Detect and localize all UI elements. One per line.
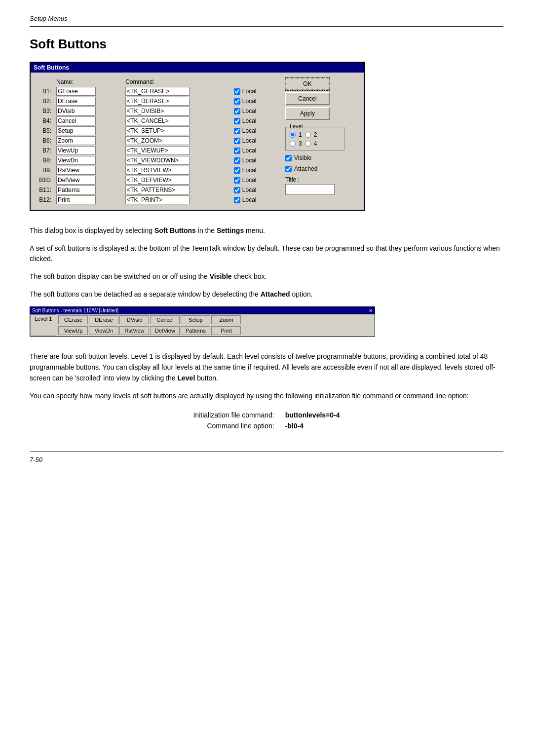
name-cell[interactable] [54, 116, 123, 126]
local-checkbox[interactable] [234, 98, 240, 105]
command-input[interactable] [125, 186, 190, 194]
name-cell[interactable] [54, 136, 123, 146]
row-label: B9: [36, 165, 54, 175]
table-row: B9: Local [36, 165, 280, 175]
name-cell[interactable] [54, 126, 123, 136]
name-input[interactable] [56, 136, 96, 145]
command-input[interactable] [125, 146, 190, 155]
name-cell[interactable] [54, 106, 123, 116]
name-input[interactable] [56, 116, 96, 125]
command-cell[interactable] [123, 126, 232, 136]
softbtn-close-icon[interactable]: ✕ [369, 308, 373, 313]
table-row: B2: Local [36, 96, 280, 106]
softbtn-cell[interactable]: ViewUp [58, 326, 88, 335]
name-input[interactable] [56, 97, 96, 106]
command-cell[interactable] [123, 86, 232, 96]
command-cell[interactable] [123, 155, 232, 165]
local-checkbox[interactable] [234, 138, 240, 144]
local-checkbox[interactable] [234, 128, 240, 134]
breadcrumb: Setup Menus [30, 15, 503, 22]
command-input[interactable] [125, 116, 190, 125]
softbtn-cell[interactable]: RstView [119, 326, 149, 335]
name-cell[interactable] [54, 185, 123, 195]
title-input[interactable] [285, 184, 335, 195]
local-checkbox[interactable] [234, 187, 240, 193]
command-cell[interactable] [123, 146, 232, 155]
command-input[interactable] [125, 107, 190, 115]
command-input[interactable] [125, 97, 190, 106]
level-4-radio[interactable] [305, 141, 311, 147]
name-cell[interactable] [54, 175, 123, 185]
name-input[interactable] [56, 176, 96, 185]
softbtn-row2: ViewUpViewDnRstViewDefViewPatternsPrint [56, 325, 375, 336]
command-input[interactable] [125, 166, 190, 175]
command-cell[interactable] [123, 195, 232, 205]
command-cell[interactable] [123, 175, 232, 185]
name-input[interactable] [56, 195, 96, 204]
name-cell[interactable] [54, 86, 123, 96]
local-checkbox[interactable] [234, 177, 240, 184]
attached-label: Attached [294, 165, 317, 172]
command-cell[interactable] [123, 136, 232, 146]
para5: There are four soft button levels. Level… [30, 351, 503, 383]
name-cell[interactable] [54, 165, 123, 175]
table-row: B1: Local [36, 86, 280, 96]
command-input[interactable] [125, 176, 190, 185]
local-checkbox[interactable] [234, 197, 240, 203]
page-number: 7-50 [30, 456, 503, 463]
visible-label: Visible [294, 154, 311, 161]
name-cell[interactable] [54, 195, 123, 205]
command-cell[interactable] [123, 96, 232, 106]
checkbox-cell: Local [232, 116, 274, 126]
local-checkbox[interactable] [234, 108, 240, 114]
command-input[interactable] [125, 156, 190, 165]
softbtn-cell[interactable]: Patterns [181, 326, 210, 335]
name-input[interactable] [56, 146, 96, 155]
name-input[interactable] [56, 87, 96, 96]
command-input[interactable] [125, 136, 190, 145]
level-2-radio[interactable] [305, 132, 311, 138]
local-checkbox[interactable] [234, 118, 240, 124]
apply-button[interactable]: Apply [285, 107, 330, 120]
checkbox-cell: Local [232, 106, 274, 116]
level-3-radio[interactable] [290, 141, 296, 147]
visible-checkbox[interactable] [285, 155, 292, 161]
softbtn-cell[interactable]: Zoom [211, 315, 241, 324]
command-input[interactable] [125, 126, 190, 135]
softbtn-cell[interactable]: GErase [58, 315, 88, 324]
command-cell[interactable] [123, 116, 232, 126]
local-checkbox[interactable] [234, 88, 240, 95]
table-row: B5: Local [36, 126, 280, 136]
name-cell[interactable] [54, 146, 123, 155]
local-checkbox[interactable] [234, 167, 240, 174]
name-input[interactable] [56, 126, 96, 135]
name-input[interactable] [56, 166, 96, 175]
level-1-label: 1 [299, 131, 302, 138]
command-cell[interactable] [123, 165, 232, 175]
softbtn-cell[interactable]: Setup [181, 315, 210, 324]
level-1-radio[interactable] [290, 132, 296, 138]
command-cell[interactable] [123, 106, 232, 116]
name-cell[interactable] [54, 155, 123, 165]
local-checkbox[interactable] [234, 157, 240, 164]
softbtn-level[interactable]: Level 1 [30, 314, 56, 336]
cancel-button[interactable]: Cancel [285, 92, 330, 105]
command-cell[interactable] [123, 185, 232, 195]
init-table: Initialization file command: buttonlevel… [187, 409, 345, 432]
name-input[interactable] [56, 186, 96, 194]
row-label: B1: [36, 86, 54, 96]
local-checkbox[interactable] [234, 148, 240, 154]
name-input[interactable] [56, 107, 96, 115]
softbtn-cell[interactable]: Cancel [150, 315, 180, 324]
name-input[interactable] [56, 156, 96, 165]
softbtn-cell[interactable]: ViewDn [89, 326, 118, 335]
softbtn-cell[interactable]: DefView [150, 326, 180, 335]
name-cell[interactable] [54, 96, 123, 106]
ok-button[interactable]: OK [285, 77, 330, 90]
command-input[interactable] [125, 87, 190, 96]
command-input[interactable] [125, 195, 190, 204]
softbtn-cell[interactable]: DVisib [119, 315, 149, 324]
softbtn-cell[interactable]: Print [211, 326, 241, 335]
attached-checkbox[interactable] [285, 166, 292, 172]
softbtn-cell[interactable]: DErase [89, 315, 118, 324]
